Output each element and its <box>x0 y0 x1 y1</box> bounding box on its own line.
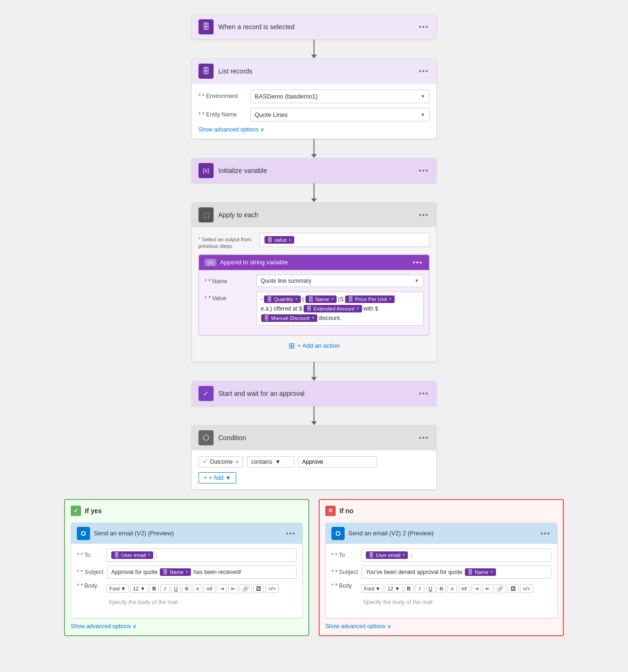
font-arrow: ▼ <box>121 586 126 591</box>
if-no-email-body: * To 🗄 User email × ; * Subject <box>326 544 557 618</box>
link-btn-yes[interactable]: 🔗 <box>240 584 252 593</box>
outdent-btn-no[interactable]: ⇤ <box>483 584 493 593</box>
inner-icon: {x} <box>205 259 216 266</box>
if-yes-email-menu[interactable] <box>284 531 297 536</box>
numberedlist-btn-yes[interactable]: ≡# <box>204 584 215 593</box>
strikethrough-btn-yes[interactable]: S <box>182 584 191 593</box>
token-icon: 🗄 <box>114 552 119 558</box>
token-icon: 🗄 <box>468 569 473 575</box>
no-body-editor: Font ▼ 12 ▼ B I U S ≡ <box>361 582 551 609</box>
operator-dropdown[interactable]: contains ▼ <box>247 456 294 467</box>
outcome-token[interactable]: ✓ Outcome × <box>198 456 243 467</box>
italic-btn-no[interactable]: I <box>415 584 424 593</box>
name-token: 🗄 Name × <box>306 295 337 303</box>
if-yes-email-body: * To 🗄 User email × ; * Subject <box>71 544 302 618</box>
if-yes-email-header: O Send an email (V2) (Preview) <box>71 523 302 544</box>
yes-body-row: * Body Font ▼ 12 ▼ B <box>77 582 297 609</box>
bold-btn-yes[interactable]: B <box>149 584 159 593</box>
font-dropdown-no[interactable]: Font ▼ <box>361 584 383 593</box>
step2-entity-input[interactable]: Quote Lines ▼ <box>250 108 430 122</box>
value-token: 🗄 value × <box>264 236 294 244</box>
step2-env-input[interactable]: BASDemo (basdemo1) ▼ <box>250 90 430 103</box>
step1-icon: 🗄 <box>198 19 214 34</box>
yes-to-label: * To <box>77 552 103 558</box>
img-btn-yes[interactable]: 🖼 <box>253 584 264 593</box>
size-dropdown-no[interactable]: 12 ▼ <box>385 584 403 593</box>
strikethrough-btn-no[interactable]: S <box>437 584 446 593</box>
if-no-header: ✕ If no <box>325 506 557 516</box>
if-yes-panel: ✓ If yes O Send an email (V2) (Preview) <box>64 499 309 636</box>
if-no-email-header: O Send an email (V2) 2 (Preview) <box>326 523 557 544</box>
token-remove[interactable]: × <box>289 238 291 243</box>
font-arrow-no: ▼ <box>375 586 380 591</box>
size-dropdown-yes[interactable]: 12 ▼ <box>130 584 148 593</box>
yes-user-email-token: 🗄 User email × <box>111 551 153 559</box>
yes-to-row: * To 🗄 User email × ; <box>77 549 297 562</box>
step2-env-row: * Environment BASDemo (basdemo1) ▼ <box>198 90 430 103</box>
token-icon: 🗄 <box>163 569 168 575</box>
step6-menu[interactable] <box>417 435 430 441</box>
bullet-btn-yes[interactable]: ≡ <box>193 584 202 593</box>
numberedlist-btn-no[interactable]: ≡# <box>458 584 470 593</box>
no-name-token: 🗄 Name × <box>465 568 496 576</box>
step5-menu[interactable] <box>417 391 430 396</box>
code-btn-no[interactable]: </> <box>520 584 533 593</box>
no-body-toolbar: Font ▼ 12 ▼ B I U S ≡ <box>361 582 551 595</box>
step2-body: * Environment BASDemo (basdemo1) ▼ * Ent… <box>192 83 436 139</box>
indent-btn-no[interactable]: ⇥ <box>471 584 481 593</box>
env-dropdown-arrow: ▼ <box>421 94 425 99</box>
if-yes-email-title: Send an email (V2) (Preview) <box>94 530 174 537</box>
yes-body-placeholder[interactable]: Specify the body of the mail <box>107 595 297 609</box>
inner-menu[interactable] <box>411 260 423 265</box>
no-body-placeholder[interactable]: Specify the body of the mail <box>361 595 551 609</box>
inner-card-body: * Name Quote line summary ▼ * Value - 🗄 <box>199 270 429 335</box>
select-output-field[interactable]: 🗄 value × <box>260 233 430 247</box>
underline-btn-yes[interactable]: U <box>171 584 181 593</box>
name-field[interactable]: Quote line summary ▼ <box>256 275 423 287</box>
value-field[interactable]: - 🗄 Quantity × ( 🗄 Name × <box>256 292 423 326</box>
step3-card: {x} Initialize variable <box>191 158 437 183</box>
outcome-x[interactable]: × <box>236 459 239 465</box>
underline-btn-no[interactable]: U <box>426 584 435 593</box>
token-icon: 🗄 <box>267 237 273 243</box>
no-body-label: * Body <box>331 582 357 589</box>
name-icon: 🗄 <box>308 296 314 302</box>
step4-body: Select an output fromprevious steps 🗄 va… <box>192 227 436 361</box>
yes-advanced-link[interactable]: Show advanced options ∨ <box>71 623 303 630</box>
img-btn-no[interactable]: 🖼 <box>508 584 519 593</box>
indent-btn-yes[interactable]: ⇥ <box>217 584 227 593</box>
arrow4 <box>311 362 317 381</box>
add-condition-btn[interactable]: + + Add ▼ <box>198 472 236 484</box>
bold-btn-no[interactable]: B <box>404 584 413 593</box>
yes-subject-input[interactable]: Approval for quote 🗄 Name × has been rec… <box>107 565 297 579</box>
yes-subject-label: * Subject <box>77 569 103 575</box>
step3-menu[interactable] <box>417 168 430 173</box>
step6-header: ⬡ Condition <box>192 426 436 450</box>
step5-icon: ✓ <box>198 386 214 401</box>
step1-menu[interactable] <box>417 24 430 30</box>
font-dropdown-yes[interactable]: Font ▼ <box>107 584 129 593</box>
no-subject-input[interactable]: You've been denied approval for quote 🗄 … <box>362 565 551 579</box>
link-btn-no[interactable]: 🔗 <box>494 584 506 593</box>
no-body-row: * Body Font ▼ 12 ▼ B <box>331 582 551 609</box>
disc-icon: 🗄 <box>264 315 269 321</box>
add-action-btn[interactable]: ⊞ + Add an action <box>198 336 430 356</box>
no-to-input[interactable]: 🗄 User email × ; <box>361 549 551 562</box>
outdent-btn-yes[interactable]: ⇤ <box>228 584 238 593</box>
step2-menu[interactable] <box>417 68 430 74</box>
if-no-email-menu[interactable] <box>539 531 551 536</box>
step4-menu[interactable] <box>417 212 430 218</box>
outcome-icon: ✓ <box>203 459 207 465</box>
step2-advanced-link[interactable]: Show advanced options ∨ <box>198 126 430 133</box>
manual-discount-token: 🗄 Manual Discount × <box>261 314 317 322</box>
yes-to-input[interactable]: 🗄 User email × ; <box>107 549 297 562</box>
no-advanced-link[interactable]: Show advanced options ∨ <box>325 623 557 630</box>
code-btn-yes[interactable]: </> <box>265 584 279 593</box>
condition-value-input[interactable] <box>298 456 377 467</box>
italic-btn-yes[interactable]: I <box>160 584 170 593</box>
price-icon: 🗄 <box>348 296 353 302</box>
bullet-btn-no[interactable]: ≡ <box>447 584 457 593</box>
arrow2 <box>311 139 317 158</box>
flow-container: 🗄 When a record is selected 🗄 List recor… <box>0 9 628 641</box>
inner-title: Append to string variable <box>220 259 288 266</box>
